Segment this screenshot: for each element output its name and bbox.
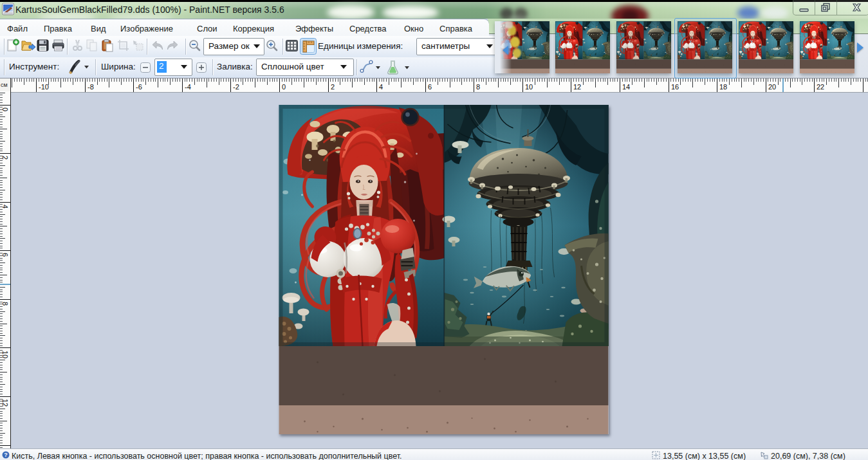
svg-text:?: ? [4, 452, 8, 458]
